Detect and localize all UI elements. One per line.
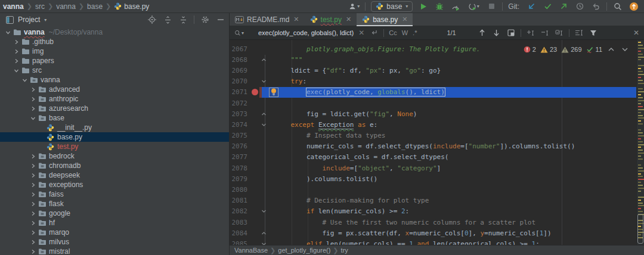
chevron-down-icon[interactable] — [20, 77, 29, 83]
close-find-bar-icon[interactable]: ✕ — [633, 29, 639, 37]
tree-item-anthropic[interactable]: anthropic — [0, 94, 229, 104]
expand-all-icon[interactable] — [163, 15, 172, 24]
chevron-right-icon[interactable] — [29, 182, 37, 188]
breadcrumb-item[interactable]: src — [33, 2, 47, 11]
tree-item-azuresearch[interactable]: azuresearch — [0, 104, 229, 113]
fold-up-icon[interactable] — [259, 111, 268, 117]
hide-panel-icon[interactable] — [216, 15, 225, 24]
line-number[interactable]: 2084 — [230, 229, 250, 237]
line-number[interactable]: 2085 — [230, 240, 250, 245]
close-tab-icon[interactable]: ✕ — [402, 15, 407, 23]
tree-item-google[interactable]: google — [0, 209, 229, 218]
weak-warnings-indicator[interactable]: 269 — [561, 46, 581, 53]
typos-indicator[interactable]: 11 — [586, 46, 602, 53]
code-line-2079[interactable]: 2079 ).columns.tolist() — [230, 173, 644, 184]
tree-item-src[interactable]: src — [0, 66, 229, 75]
stop-button[interactable] — [486, 1, 497, 12]
tree-item-base[interactable]: base — [0, 113, 229, 123]
line-number[interactable]: 2081 — [230, 197, 250, 204]
line-number[interactable]: 2075 — [230, 132, 250, 139]
chevron-right-icon[interactable] — [29, 201, 37, 207]
chevron-right-icon[interactable] — [12, 39, 20, 45]
line-number[interactable]: 2071 — [230, 88, 250, 96]
locate-file-icon[interactable] — [147, 15, 157, 24]
run-button[interactable] — [418, 1, 429, 12]
line-number[interactable]: 2069 — [230, 67, 250, 74]
line-number[interactable]: 2079 — [230, 175, 250, 183]
tree-item-milvus[interactable]: milvus — [0, 237, 229, 247]
chevron-right-icon[interactable] — [29, 87, 37, 92]
chevron-right-icon[interactable] — [29, 97, 37, 102]
git-update-button[interactable] — [526, 1, 537, 12]
git-commit-button[interactable] — [542, 1, 553, 12]
new-line-icon[interactable] — [369, 28, 379, 38]
error-stripe-scrollbar[interactable] — [636, 40, 644, 245]
code-line-2069[interactable]: 2069 ldict = {"df": df, "px": px, "go": … — [230, 65, 644, 76]
tree-item-base-py[interactable]: base.py — [0, 132, 229, 142]
ide-update-badge-icon[interactable] — [628, 1, 639, 12]
chevron-down-icon[interactable] — [12, 68, 20, 73]
chevron-right-icon[interactable] — [29, 106, 37, 111]
chevron-down-icon[interactable] — [29, 116, 37, 121]
code-line-2077[interactable]: 2077 categorical_cols = df.select_dtypes… — [230, 152, 644, 163]
inspections-widget[interactable]: 2 23 269 11 — [524, 45, 630, 54]
regex-toggle[interactable]: .* — [413, 29, 417, 36]
close-tab-icon[interactable]: ✕ — [293, 15, 299, 23]
user-profile-icon[interactable]: ▾ — [349, 1, 360, 12]
tree-item-mistral[interactable]: mistral — [0, 247, 229, 255]
chevron-right-icon[interactable] — [29, 192, 37, 197]
breadcrumb-item[interactable]: try — [341, 247, 348, 254]
fold-down-icon[interactable] — [259, 241, 268, 245]
tree-item-deepseek[interactable]: deepseek — [0, 170, 229, 180]
breadcrumb-item[interactable]: base — [85, 2, 104, 11]
code-line-2068[interactable]: 2068 """ — [230, 54, 644, 65]
code-editor[interactable]: 2067 plotly.graph_objs.Figure: The Plotl… — [230, 40, 644, 245]
code-line-2084[interactable]: 2084 fig = px.scatter(df, x=numeric_cols… — [230, 228, 644, 238]
line-number[interactable]: 2082 — [230, 207, 250, 215]
code-line-2071[interactable]: 2071 exec(plotly_code, globals(), ldict) — [230, 87, 644, 98]
fold-down-icon[interactable] — [259, 79, 268, 84]
code-line-2082[interactable]: 2082 if len(numeric_cols) >= 2: — [230, 206, 644, 217]
chevron-down-icon[interactable] — [4, 30, 12, 35]
breakpoint-icon[interactable] — [250, 89, 259, 95]
tree-item-faiss[interactable]: faiss — [0, 189, 229, 199]
code-line-2070[interactable]: 2070 try: — [230, 76, 644, 87]
search-everywhere-icon[interactable] — [612, 1, 623, 12]
fold-up-icon[interactable] — [259, 57, 268, 63]
tree-item-papers[interactable]: papers — [0, 56, 229, 66]
chevron-down-icon[interactable]: ▾ — [44, 17, 47, 23]
line-number[interactable]: 2080 — [230, 186, 250, 194]
search-icon[interactable]: ▾ — [234, 28, 244, 38]
chevron-right-icon[interactable] — [29, 211, 37, 216]
filter-icon[interactable] — [589, 28, 598, 38]
profiler-button[interactable] — [450, 1, 461, 12]
chevron-right-icon[interactable] — [29, 173, 37, 178]
errors-indicator[interactable]: 2 — [524, 46, 536, 53]
breadcrumb-item[interactable]: get_plotly_figure() — [278, 247, 330, 254]
open-results-in-tool-window-icon[interactable] — [506, 28, 516, 38]
history-icon[interactable] — [574, 1, 585, 12]
line-number[interactable]: 2074 — [230, 121, 250, 129]
select-all-occurrences-button[interactable] — [555, 28, 564, 38]
collapse-all-icon[interactable] — [178, 15, 188, 24]
chevron-right-icon[interactable] — [29, 154, 37, 159]
chevron-right-icon[interactable] — [29, 220, 37, 226]
tree-item-advanced[interactable]: advanced — [0, 85, 229, 94]
tab-base-py[interactable]: base.py✕ — [357, 13, 413, 26]
run-configuration-select[interactable]: base ▾ — [371, 1, 413, 12]
code-line-2080[interactable]: 2080 — [230, 184, 644, 195]
tree-item-hf[interactable]: hf — [0, 218, 229, 228]
tree-item-vanna[interactable]: vanna — [0, 75, 229, 85]
previous-occurrence-button[interactable] — [478, 28, 487, 38]
tree-item-exceptions[interactable]: exceptions — [0, 180, 229, 189]
undo-icon[interactable] — [590, 1, 601, 12]
intention-bulb-icon[interactable] — [269, 88, 278, 97]
tab-test-py[interactable]: test.py✕ — [305, 13, 357, 26]
code-line-2081[interactable]: 2081 # Decision-making for plot type — [230, 195, 644, 206]
code-line-2072[interactable]: 2072 — [230, 98, 644, 108]
next-problem-icon[interactable] — [620, 45, 630, 54]
breadcrumb-item[interactable]: vanna — [54, 2, 78, 11]
previous-problem-icon[interactable] — [606, 45, 616, 54]
code-line-2075[interactable]: 2075 # Inspect data types — [230, 130, 644, 141]
breadcrumb-item[interactable]: vanna — [1, 2, 26, 11]
